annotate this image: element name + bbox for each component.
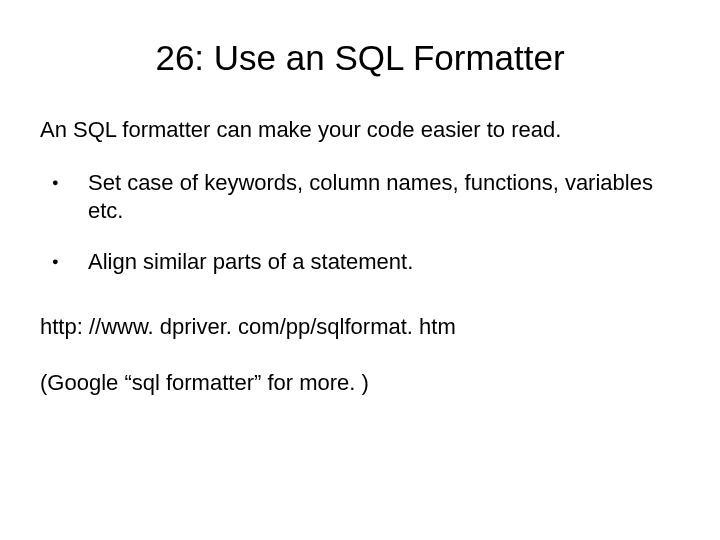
list-item: Set case of keywords, column names, func… [40,169,680,226]
intro-text: An SQL formatter can make your code easi… [40,116,680,145]
note-text: (Google “sql formatter” for more. ) [40,370,680,396]
link-text: http: //www. dpriver. com/pp/sqlformat. … [40,314,680,340]
slide-title: 26: Use an SQL Formatter [40,38,680,78]
bullet-list: Set case of keywords, column names, func… [40,169,680,277]
list-item: Align similar parts of a statement. [40,248,680,277]
